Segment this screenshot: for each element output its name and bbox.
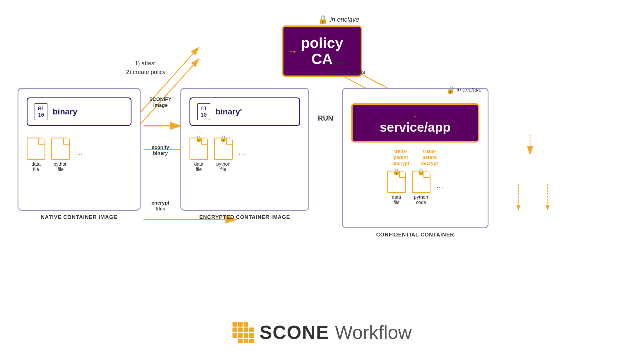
native-binary-card: 01 10 binary [27,97,131,126]
sconify-image-label: SCONIFYimage [149,97,172,108]
conf-data-file-label: datafile [392,195,401,205]
encrypt-files-label: encryptfiles [151,200,169,212]
transparent-decrypt-label: trans-parentdecrypt [421,148,438,167]
conf-data-file-shape: 🔒 [387,171,406,193]
right-attest-label: 1) attest [325,60,346,67]
native-python-file-label: pythonfile [54,162,68,172]
native-data-file-label: datafile [31,162,40,172]
conf-python-lock: 🔒 [417,168,425,175]
service-app-box: ↓ service/app [351,103,479,143]
encrypted-python-file-label: pythonfile [216,162,230,172]
native-data-file-icon: datafile [27,138,45,172]
left-create-policy-label: 2) create policy [126,69,166,76]
confidential-files-row: 🔒 datafile 🔒 pythoncode ... [351,171,479,205]
conf-data-file-icon: 🔒 datafile [387,171,406,205]
encrypted-data-file-icon: 🔒 datafile [189,138,208,172]
encrypted-binary-label: binary' [216,107,242,116]
service-app-label: service/app [361,120,469,135]
encrypted-binary-icon: 01 10 [197,103,210,120]
conf-python-code-label: pythoncode [414,195,428,205]
native-files-row: datafile pythonfile ... [27,138,131,172]
footer: SCONE Workflow [232,322,412,343]
in-enclave-top-label: in enclave [330,16,359,23]
lock-icon-top: 🔒 [318,15,328,24]
encrypted-binary-card: 01 10 binary' [189,97,300,126]
confidential-container-box: 🔒 in enclave ↓ service/app trans-parente… [342,88,488,228]
left-attest-label: 1) attest [135,60,156,67]
transparent-encrypt-label: trans-parentencrypt [392,148,409,167]
native-python-file-icon: pythonfile [51,138,70,172]
lock-icon-conf: 🔒 [446,86,455,94]
native-dots: ... [76,147,83,162]
native-python-file-shape [51,138,70,160]
encrypted-container-box: 01 10 binary' 🔒 datafile 🔒 pythonf [180,88,309,211]
conf-data-lock: 🔒 [393,168,400,175]
encrypted-files-row: 🔒 datafile 🔒 pythonfile ... [189,138,300,172]
sconify-binary-label: sconifybinary [152,145,169,156]
containers-row: 01 10 binary datafile pythonfile ... NAT… [18,88,626,228]
native-data-file-shape [27,138,45,160]
native-binary-label: binary [53,107,77,116]
scone-logo [232,322,254,343]
encrypted-python-file-shape: 🔒 [214,138,233,160]
native-binary-icon: 01 10 [35,103,47,120]
encrypted-data-lock: 🔒 [195,135,202,142]
workflow-text: Workflow [335,322,412,343]
conf-python-code-shape: 🔒 [412,171,431,193]
arrow-section-1: SCONIFYimage sconifybinary encryptfiles [141,94,180,215]
encrypted-container-label: ENCRYPTED CONTAINER IMAGE [199,214,290,220]
diagram-container: 🔒 in enclave → policy CA 1) attest 2) cr… [0,0,644,355]
confidential-container-label: CONFIDENTIAL CONTAINER [376,232,454,238]
encrypted-python-file-icon: 🔒 pythonfile [214,138,233,172]
encrypted-data-file-shape: 🔒 [189,138,208,160]
encrypted-dots: ... [239,147,245,162]
encrypted-data-file-label: datafile [194,162,203,172]
policy-ca-line1: policy [301,35,343,51]
encrypted-python-lock: 🔒 [220,135,227,142]
conf-python-code-icon: 🔒 pythoncode [412,171,431,205]
conf-dots: ... [436,180,443,195]
logo-grid [232,322,254,343]
transparent-labels: trans-parentencrypt trans-parentdecrypt [351,148,479,167]
run-arrow-section: RUN [309,111,342,129]
scone-text: SCONE [259,322,329,343]
native-container-label: NATIVE CONTAINER IMAGE [41,214,117,220]
right-send-secrets-label: 2) send secrets [325,69,365,76]
run-label: RUN [318,114,333,122]
native-container-box: 01 10 binary datafile pythonfile ... NAT… [18,88,141,211]
in-enclave-conf-label: 🔒 in enclave [446,86,482,94]
